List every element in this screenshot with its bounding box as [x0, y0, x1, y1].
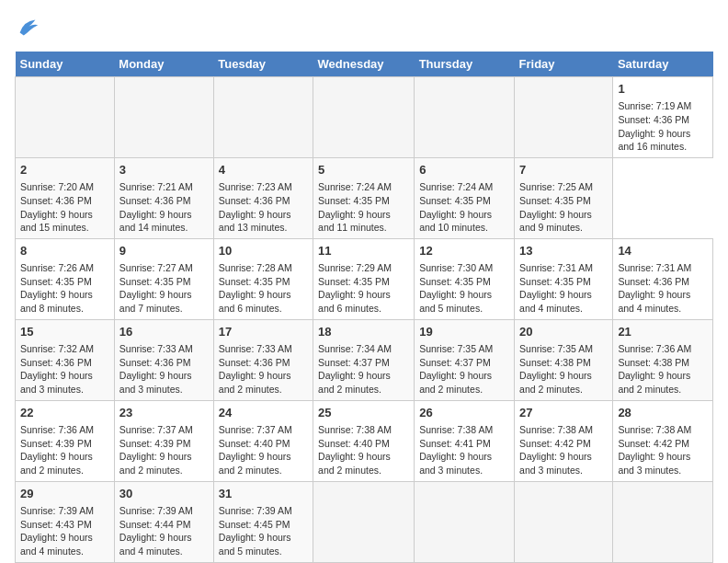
day-info: Sunrise: 7:39 AMSunset: 4:45 PMDaylight:…	[219, 505, 292, 557]
calendar-cell: 31Sunrise: 7:39 AMSunset: 4:45 PMDayligh…	[213, 481, 313, 562]
calendar-cell: 17Sunrise: 7:33 AMSunset: 4:36 PMDayligh…	[213, 319, 313, 400]
day-number: 17	[219, 324, 308, 340]
day-number: 20	[519, 324, 608, 340]
day-info: Sunrise: 7:28 AMSunset: 4:35 PMDaylight:…	[219, 262, 292, 314]
calendar-cell	[415, 77, 515, 158]
day-number: 3	[119, 162, 209, 178]
week-row-5: 22Sunrise: 7:36 AMSunset: 4:39 PMDayligh…	[16, 400, 713, 481]
calendar-cell: 4Sunrise: 7:23 AMSunset: 4:36 PMDaylight…	[213, 157, 313, 238]
day-number: 30	[119, 486, 209, 502]
week-row-4: 15Sunrise: 7:32 AMSunset: 4:36 PMDayligh…	[16, 319, 713, 400]
calendar-cell	[16, 77, 115, 158]
day-info: Sunrise: 7:38 AMSunset: 4:42 PMDaylight:…	[618, 424, 691, 476]
day-number: 31	[219, 486, 308, 502]
col-header-wednesday: Wednesday	[313, 52, 415, 77]
day-info: Sunrise: 7:37 AMSunset: 4:40 PMDaylight:…	[219, 424, 292, 476]
calendar-cell: 19Sunrise: 7:35 AMSunset: 4:37 PMDayligh…	[415, 319, 515, 400]
day-number: 25	[318, 405, 409, 421]
calendar-cell	[313, 77, 415, 158]
calendar-cell	[114, 77, 213, 158]
logo	[15, 15, 44, 40]
day-number: 7	[519, 162, 608, 178]
day-info: Sunrise: 7:39 AMSunset: 4:43 PMDaylight:…	[20, 505, 94, 557]
calendar-cell: 14Sunrise: 7:31 AMSunset: 4:36 PMDayligh…	[613, 238, 713, 319]
col-header-saturday: Saturday	[613, 52, 713, 77]
day-info: Sunrise: 7:33 AMSunset: 4:36 PMDaylight:…	[119, 343, 193, 395]
day-info: Sunrise: 7:24 AMSunset: 4:35 PMDaylight:…	[419, 181, 493, 233]
calendar-cell: 29Sunrise: 7:39 AMSunset: 4:43 PMDayligh…	[16, 481, 115, 562]
day-info: Sunrise: 7:31 AMSunset: 4:36 PMDaylight:…	[618, 262, 691, 314]
week-row-6: 29Sunrise: 7:39 AMSunset: 4:43 PMDayligh…	[16, 481, 713, 562]
day-info: Sunrise: 7:20 AMSunset: 4:36 PMDaylight:…	[20, 181, 94, 233]
calendar-cell: 30Sunrise: 7:39 AMSunset: 4:44 PMDayligh…	[114, 481, 213, 562]
day-number: 2	[20, 162, 109, 178]
day-info: Sunrise: 7:36 AMSunset: 4:38 PMDaylight:…	[618, 343, 691, 395]
day-number: 26	[419, 405, 509, 421]
day-number: 23	[119, 405, 209, 421]
day-info: Sunrise: 7:19 AMSunset: 4:36 PMDaylight:…	[618, 100, 691, 152]
calendar-cell: 11Sunrise: 7:29 AMSunset: 4:35 PMDayligh…	[313, 238, 415, 319]
calendar-cell: 27Sunrise: 7:38 AMSunset: 4:42 PMDayligh…	[515, 400, 613, 481]
day-number: 14	[618, 243, 708, 259]
col-header-monday: Monday	[114, 52, 213, 77]
col-header-friday: Friday	[515, 52, 613, 77]
calendar-cell: 22Sunrise: 7:36 AMSunset: 4:39 PMDayligh…	[16, 400, 115, 481]
day-info: Sunrise: 7:27 AMSunset: 4:35 PMDaylight:…	[119, 262, 193, 314]
calendar-cell: 3Sunrise: 7:21 AMSunset: 4:36 PMDaylight…	[114, 157, 213, 238]
calendar-cell	[613, 481, 713, 562]
day-info: Sunrise: 7:23 AMSunset: 4:36 PMDaylight:…	[219, 181, 292, 233]
calendar-cell: 18Sunrise: 7:34 AMSunset: 4:37 PMDayligh…	[313, 319, 415, 400]
calendar-cell: 9Sunrise: 7:27 AMSunset: 4:35 PMDaylight…	[114, 238, 213, 319]
calendar-table: SundayMondayTuesdayWednesdayThursdayFrid…	[15, 52, 713, 563]
day-number: 28	[618, 405, 708, 421]
day-number: 1	[618, 81, 708, 98]
calendar-cell: 24Sunrise: 7:37 AMSunset: 4:40 PMDayligh…	[213, 400, 313, 481]
calendar-cell	[313, 481, 415, 562]
day-info: Sunrise: 7:31 AMSunset: 4:35 PMDaylight:…	[519, 262, 593, 314]
calendar-cell: 7Sunrise: 7:25 AMSunset: 4:35 PMDaylight…	[515, 157, 613, 238]
calendar-cell: 28Sunrise: 7:38 AMSunset: 4:42 PMDayligh…	[613, 400, 713, 481]
page-header	[15, 15, 713, 40]
day-number: 19	[419, 324, 509, 340]
day-number: 27	[519, 405, 608, 421]
day-info: Sunrise: 7:29 AMSunset: 4:35 PMDaylight:…	[318, 262, 392, 314]
day-number: 29	[20, 486, 109, 502]
calendar-cell: 13Sunrise: 7:31 AMSunset: 4:35 PMDayligh…	[515, 238, 613, 319]
day-info: Sunrise: 7:24 AMSunset: 4:35 PMDaylight:…	[318, 181, 392, 233]
day-info: Sunrise: 7:33 AMSunset: 4:36 PMDaylight:…	[219, 343, 292, 395]
day-info: Sunrise: 7:25 AMSunset: 4:35 PMDaylight:…	[519, 181, 593, 233]
day-info: Sunrise: 7:39 AMSunset: 4:44 PMDaylight:…	[119, 505, 193, 557]
col-header-thursday: Thursday	[415, 52, 515, 77]
calendar-cell: 26Sunrise: 7:38 AMSunset: 4:41 PMDayligh…	[415, 400, 515, 481]
day-number: 22	[20, 405, 109, 421]
calendar-cell: 2Sunrise: 7:20 AMSunset: 4:36 PMDaylight…	[16, 157, 115, 238]
day-number: 4	[219, 162, 308, 178]
calendar-cell: 5Sunrise: 7:24 AMSunset: 4:35 PMDaylight…	[313, 157, 415, 238]
calendar-cell: 6Sunrise: 7:24 AMSunset: 4:35 PMDaylight…	[415, 157, 515, 238]
calendar-cell: 16Sunrise: 7:33 AMSunset: 4:36 PMDayligh…	[114, 319, 213, 400]
logo-bird-icon	[15, 15, 40, 40]
day-number: 21	[618, 324, 708, 340]
calendar-cell: 15Sunrise: 7:32 AMSunset: 4:36 PMDayligh…	[16, 319, 115, 400]
calendar-cell: 12Sunrise: 7:30 AMSunset: 4:35 PMDayligh…	[415, 238, 515, 319]
day-info: Sunrise: 7:26 AMSunset: 4:35 PMDaylight:…	[20, 262, 94, 314]
day-number: 15	[20, 324, 109, 340]
calendar-cell: 1Sunrise: 7:19 AMSunset: 4:36 PMDaylight…	[613, 77, 713, 158]
calendar-cell: 25Sunrise: 7:38 AMSunset: 4:40 PMDayligh…	[313, 400, 415, 481]
calendar-cell: 8Sunrise: 7:26 AMSunset: 4:35 PMDaylight…	[16, 238, 115, 319]
day-info: Sunrise: 7:36 AMSunset: 4:39 PMDaylight:…	[20, 424, 94, 476]
day-number: 16	[119, 324, 209, 340]
calendar-cell	[213, 77, 313, 158]
calendar-cell: 10Sunrise: 7:28 AMSunset: 4:35 PMDayligh…	[213, 238, 313, 319]
day-info: Sunrise: 7:38 AMSunset: 4:42 PMDaylight:…	[519, 424, 593, 476]
col-header-tuesday: Tuesday	[213, 52, 313, 77]
day-number: 9	[119, 243, 209, 259]
day-info: Sunrise: 7:35 AMSunset: 4:38 PMDaylight:…	[519, 343, 593, 395]
day-number: 13	[519, 243, 608, 259]
day-number: 18	[318, 324, 409, 340]
day-info: Sunrise: 7:30 AMSunset: 4:35 PMDaylight:…	[419, 262, 493, 314]
week-row-3: 8Sunrise: 7:26 AMSunset: 4:35 PMDaylight…	[16, 238, 713, 319]
col-header-sunday: Sunday	[16, 52, 115, 77]
day-number: 11	[318, 243, 409, 259]
day-info: Sunrise: 7:21 AMSunset: 4:36 PMDaylight:…	[119, 181, 193, 233]
